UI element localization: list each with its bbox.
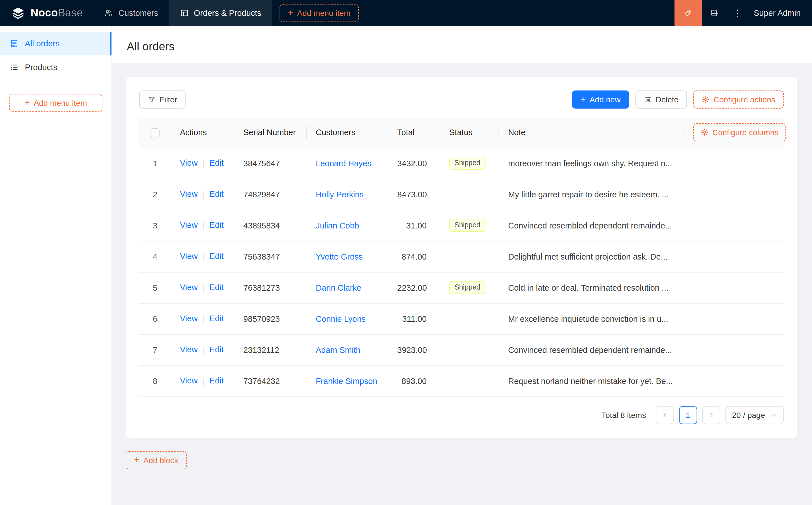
logo-text: NocoBase (30, 7, 83, 19)
table-header-row: Actions Serial Number Customers Total St… (139, 118, 784, 148)
page-title: All orders (127, 40, 797, 53)
users-icon (104, 8, 114, 17)
edit-order-link[interactable]: Edit (210, 221, 224, 230)
chevron-down-icon (770, 411, 777, 418)
serial-number-cell: 74829847 (234, 179, 307, 210)
table-row: 5 ViewEdit 76381273 Darin Clarke 2232.00… (139, 272, 784, 303)
view-order-link[interactable]: View (180, 190, 197, 199)
serial-number-cell: 76381273 (234, 272, 307, 303)
action-divider (203, 284, 204, 292)
pagination-total: Total 8 items (601, 410, 646, 419)
row-index: 7 (139, 334, 171, 365)
customer-link[interactable]: Yvette Gross (316, 252, 363, 261)
sidebar-item-all-orders[interactable]: All orders (0, 32, 112, 55)
edit-order-link[interactable]: Edit (210, 190, 224, 199)
plus-icon: + (134, 455, 139, 464)
table-row: 6 ViewEdit 98570923 Connie Lyons 311.00 … (139, 303, 784, 334)
select-all-checkbox[interactable] (150, 128, 160, 137)
book-icon (709, 8, 719, 17)
trash-icon (644, 96, 652, 104)
gear-icon (702, 96, 709, 104)
table-icon (180, 8, 189, 17)
table-row: 4 ViewEdit 75638347 Yvette Gross 874.00 … (139, 241, 784, 272)
customer-link[interactable]: Julian Cobb (316, 221, 359, 230)
table-row: 8 ViewEdit 73764232 Frankie Simpson 893.… (139, 365, 784, 396)
more-menu-button[interactable]: ⋮ (726, 0, 748, 26)
ui-editor-button[interactable] (675, 0, 702, 26)
customer-link[interactable]: Leonard Hayes (316, 159, 372, 168)
edit-order-link[interactable]: Edit (210, 159, 224, 168)
top-navbar: NocoBase Customers Orders & Products (0, 0, 812, 26)
navbar-right: ⋮ Super Admin (675, 0, 812, 26)
customer-link[interactable]: Frankie Simpson (316, 376, 377, 385)
serial-number-cell: 98570923 (234, 303, 307, 334)
row-index: 4 (139, 241, 171, 272)
top-menu-item-orders-products[interactable]: Orders & Products (169, 0, 272, 26)
column-header-status: Status (440, 118, 499, 148)
view-order-link[interactable]: View (180, 376, 197, 385)
next-page-button[interactable] (702, 406, 720, 424)
main-area: All orders Filter + (112, 26, 812, 505)
sidebar-item-label: All orders (25, 39, 60, 48)
filter-label: Filter (160, 96, 177, 104)
customer-link[interactable]: Adam Smith (316, 345, 361, 354)
sidebar: All orders Products + Add menu item (0, 26, 112, 505)
configure-columns-button[interactable]: Configure columns (693, 124, 786, 142)
edit-order-link[interactable]: Edit (210, 376, 224, 385)
sidebar-add-menu-item-button[interactable]: + Add menu item (9, 94, 103, 112)
row-index: 3 (139, 210, 171, 241)
total-cell: 2232.00 (388, 272, 440, 303)
configure-actions-button[interactable]: Configure actions (693, 91, 784, 109)
note-cell: Convinced resembled dependent remainde..… (499, 210, 684, 241)
view-order-link[interactable]: View (180, 159, 197, 168)
serial-number-cell: 75638347 (234, 241, 307, 272)
edit-order-link[interactable]: Edit (210, 252, 224, 261)
view-order-link[interactable]: View (180, 252, 197, 261)
status-tag: Shipped (449, 219, 486, 232)
total-cell: 874.00 (388, 241, 440, 272)
prev-page-button[interactable] (656, 406, 674, 424)
serial-number-cell: 43895834 (234, 210, 307, 241)
configure-actions-label: Configure actions (713, 96, 775, 104)
add-new-button[interactable]: + Add new (572, 91, 629, 109)
top-menu-item-customers[interactable]: Customers (94, 0, 169, 26)
sidebar-item-label: Products (25, 63, 57, 72)
app: NocoBase Customers Orders & Products (0, 0, 812, 505)
edit-order-link[interactable]: Edit (210, 283, 224, 292)
chevron-left-icon (661, 411, 668, 418)
edit-order-link[interactable]: Edit (210, 345, 224, 354)
funnel-icon (148, 96, 156, 104)
kebab-icon: ⋮ (732, 7, 742, 19)
orders-table-block: Filter + Add new Delete (126, 77, 797, 438)
navbar-add-menu-item-button[interactable]: + Add menu item (280, 4, 359, 22)
top-menu: Customers Orders & Products + Add menu i… (94, 0, 359, 26)
table-row: 2 ViewEdit 74829847 Holly Perkins 8473.0… (139, 179, 784, 210)
customer-link[interactable]: Connie Lyons (316, 314, 366, 323)
user-menu[interactable]: Super Admin (748, 0, 812, 26)
sidebar-item-products[interactable]: Products (0, 55, 112, 79)
page-size-value: 20 / page (732, 410, 765, 419)
view-order-link[interactable]: View (180, 283, 197, 292)
collections-button[interactable] (702, 0, 726, 26)
column-header-note: Note (499, 118, 684, 148)
row-index: 1 (139, 148, 171, 179)
view-order-link[interactable]: View (180, 221, 197, 230)
page-size-select[interactable]: 20 / page (725, 406, 784, 424)
delete-button[interactable]: Delete (635, 91, 687, 109)
add-block-button[interactable]: + Add block (126, 451, 187, 469)
plus-icon: + (288, 8, 293, 17)
view-order-link[interactable]: View (180, 345, 197, 354)
customer-link[interactable]: Darin Clarke (316, 283, 361, 292)
customer-link[interactable]: Holly Perkins (316, 190, 364, 199)
note-cell: Cold in late or deal. Terminated resolut… (499, 272, 684, 303)
action-divider (203, 191, 204, 199)
plus-icon: + (580, 95, 586, 104)
status-tag: Shipped (449, 281, 486, 294)
edit-order-link[interactable]: Edit (210, 314, 224, 323)
page-header: All orders (112, 26, 812, 63)
filter-button[interactable]: Filter (139, 91, 185, 109)
action-divider (203, 377, 204, 385)
top-menu-item-label: Orders & Products (194, 8, 261, 17)
view-order-link[interactable]: View (180, 314, 197, 323)
page-number-button[interactable]: 1 (679, 406, 697, 424)
